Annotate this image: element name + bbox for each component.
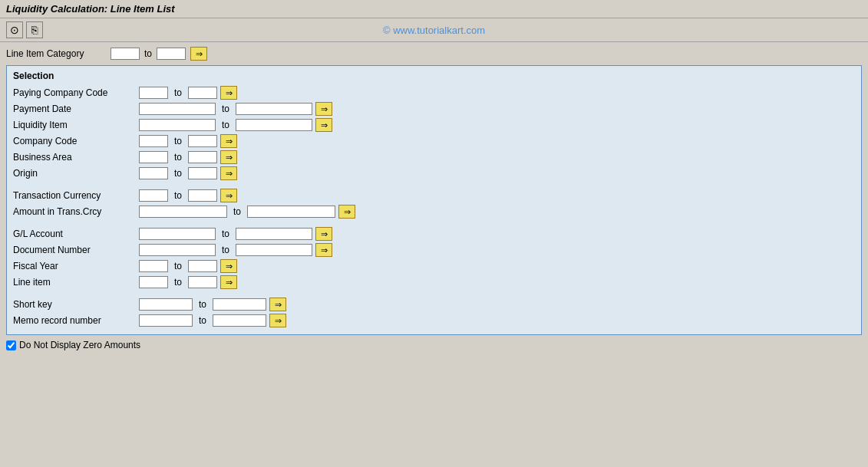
document-number-from[interactable] (139, 244, 216, 256)
transaction-currency-from[interactable] (139, 189, 168, 202)
company-code-arrow[interactable] (220, 134, 237, 148)
short-key-to[interactable] (213, 298, 266, 311)
line-item-to[interactable] (188, 276, 217, 288)
label-short-key: Short key (13, 299, 136, 310)
business-area-arrow[interactable] (220, 150, 237, 164)
row-origin: Origin to (13, 166, 855, 180)
fiscal-year-arrow[interactable] (220, 259, 237, 273)
document-number-arrow[interactable] (315, 243, 332, 257)
page-title: Liquidity Calculation: Line Item List (6, 3, 862, 15)
line-item-category-from[interactable] (111, 48, 140, 60)
label-amount-trans-crcy: Amount in Trans.Crcy (13, 206, 136, 217)
gl-account-to[interactable] (236, 228, 312, 240)
footer-checkbox-row: Do Not Display Zero Amounts (6, 340, 862, 350)
watermark: © www.tutorialkart.com (383, 25, 485, 36)
group2: Transaction Currency to Amount in Trans.… (13, 189, 855, 219)
group1: Paying Company Code to Payment Date to L… (13, 86, 855, 180)
payment-date-to[interactable] (236, 103, 312, 115)
spacer2 (13, 221, 855, 227)
main-content: Line Item Category to Selection Paying C… (0, 42, 868, 355)
line-item-category-to-label: to (144, 48, 152, 59)
row-gl-account: G/L Account to (13, 227, 855, 241)
label-liquidity-item: Liquidity Item (13, 120, 136, 130)
company-code-from[interactable] (139, 135, 168, 147)
row-transaction-currency: Transaction Currency to (13, 189, 855, 202)
line-item-category-to[interactable] (157, 48, 186, 60)
origin-from[interactable] (139, 167, 168, 179)
row-memo-record-number: Memo record number to (13, 314, 855, 327)
label-gl-account: G/L Account (13, 229, 136, 239)
line-item-arrow[interactable] (220, 275, 237, 289)
label-business-area: Business Area (13, 152, 136, 163)
label-document-number: Document Number (13, 245, 136, 255)
title-bar: Liquidity Calculation: Line Item List (0, 0, 868, 18)
label-company-code: Company Code (13, 136, 136, 146)
amount-trans-crcy-to[interactable] (247, 206, 335, 218)
transaction-currency-to[interactable] (188, 189, 217, 202)
payment-date-arrow[interactable] (315, 102, 332, 116)
toolbar: ⊙ ⎘ © www.tutorialkart.com (0, 18, 868, 42)
line-item-category-arrow-btn[interactable] (190, 47, 207, 61)
short-key-from[interactable] (139, 298, 193, 311)
payment-date-from[interactable] (139, 103, 216, 115)
business-area-from[interactable] (139, 151, 168, 163)
spacer3 (13, 291, 855, 298)
company-code-to[interactable] (188, 135, 217, 147)
gl-account-arrow[interactable] (315, 227, 332, 241)
fiscal-year-from[interactable] (139, 260, 168, 272)
line-item-category-label: Line Item Category (6, 48, 106, 59)
origin-arrow[interactable] (220, 166, 237, 180)
transaction-currency-arrow[interactable] (220, 189, 237, 202)
fiscal-year-to[interactable] (188, 260, 217, 272)
document-number-to[interactable] (236, 244, 312, 256)
label-transaction-currency: Transaction Currency (13, 190, 136, 201)
row-document-number: Document Number to (13, 243, 855, 257)
selection-title: Selection (13, 71, 855, 81)
label-line-item: Line item (13, 277, 136, 288)
row-line-item: Line item to (13, 275, 855, 289)
selection-section: Selection Paying Company Code to Payment… (6, 65, 862, 335)
row-amount-trans-crcy: Amount in Trans.Crcy to (13, 205, 855, 219)
do-not-display-zero-checkbox[interactable] (6, 340, 16, 350)
short-key-arrow[interactable] (269, 298, 286, 311)
toolbar-btn-1[interactable]: ⊙ (6, 21, 23, 38)
group4: Short key to Memo record number to (13, 298, 855, 327)
row-payment-date: Payment Date to (13, 102, 855, 116)
spacer1 (13, 183, 855, 189)
liquidity-item-to[interactable] (236, 119, 312, 131)
amount-trans-crcy-from[interactable] (139, 206, 227, 218)
memo-record-number-to[interactable] (213, 314, 266, 327)
paying-company-code-from[interactable] (139, 87, 168, 99)
memo-record-number-arrow[interactable] (269, 314, 286, 327)
label-memo-record-number: Memo record number (13, 315, 136, 326)
paying-company-code-to[interactable] (188, 87, 217, 99)
toolbar-btn-2[interactable]: ⎘ (26, 21, 43, 38)
memo-record-number-from[interactable] (139, 314, 193, 327)
line-item-from[interactable] (139, 276, 168, 288)
gl-account-from[interactable] (139, 228, 216, 240)
row-fiscal-year: Fiscal Year to (13, 259, 855, 273)
label-paying-company-code: Paying Company Code (13, 87, 136, 98)
row-paying-company-code: Paying Company Code to (13, 86, 855, 100)
paying-company-code-arrow[interactable] (220, 86, 237, 100)
liquidity-item-from[interactable] (139, 119, 216, 131)
amount-trans-crcy-arrow[interactable] (338, 205, 355, 219)
business-area-to[interactable] (188, 151, 217, 163)
label-payment-date: Payment Date (13, 104, 136, 114)
row-company-code: Company Code to (13, 134, 855, 148)
do-not-display-zero-label: Do Not Display Zero Amounts (19, 340, 140, 350)
liquidity-item-arrow[interactable] (315, 118, 332, 132)
origin-to[interactable] (188, 167, 217, 179)
label-origin: Origin (13, 168, 136, 179)
line-item-category-row: Line Item Category to (6, 47, 862, 61)
row-short-key: Short key to (13, 298, 855, 311)
row-liquidity-item: Liquidity Item to (13, 118, 855, 132)
label-fiscal-year: Fiscal Year (13, 261, 136, 271)
row-business-area: Business Area to (13, 150, 855, 164)
group3: G/L Account to Document Number to Fiscal… (13, 227, 855, 289)
